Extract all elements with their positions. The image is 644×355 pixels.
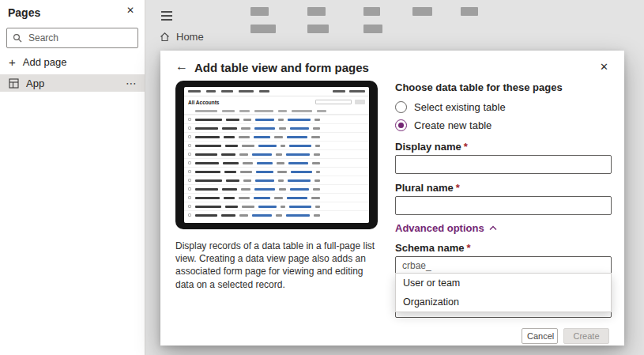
search-box[interactable] bbox=[6, 28, 138, 48]
nav-home-label: Home bbox=[176, 31, 204, 43]
plural-name-input[interactable] bbox=[395, 196, 612, 215]
required-marker: * bbox=[464, 141, 468, 153]
pages-panel-title: Pages bbox=[8, 6, 40, 19]
preview-grid-rows bbox=[184, 115, 369, 223]
preview-search-box bbox=[315, 100, 352, 104]
search-icon bbox=[13, 33, 22, 43]
menu-icon[interactable] bbox=[161, 11, 172, 23]
dimmed-toolbar-item bbox=[461, 7, 478, 16]
record-ownership-listbox: User or team Organization bbox=[395, 273, 612, 312]
dimmed-toolbar-item bbox=[250, 25, 276, 33]
radio-unselected-icon bbox=[395, 101, 407, 113]
sidebar-item-app[interactable]: App ⋯ bbox=[0, 74, 145, 92]
preview-screen: All Accounts bbox=[184, 87, 369, 223]
dialog-preview-column: All Accounts bbox=[175, 81, 378, 291]
dialog-title: Add table view and form pages bbox=[194, 61, 369, 74]
app-screen: Pages ✕ + Add page App ⋯ bbox=[0, 0, 644, 355]
add-page-button[interactable]: + Add page bbox=[0, 48, 145, 74]
dimmed-toolbar-item bbox=[307, 7, 326, 16]
create-button[interactable]: Create bbox=[563, 328, 609, 344]
section-title: Choose data table for these pages bbox=[395, 81, 612, 93]
radio-create-new-label: Create new table bbox=[414, 119, 491, 131]
preview-grid-header bbox=[184, 108, 369, 115]
radio-select-existing-table[interactable]: Select existing table bbox=[395, 101, 612, 113]
app-grid-icon bbox=[9, 78, 19, 89]
display-name-input[interactable] bbox=[395, 155, 612, 174]
advanced-options-label: Advanced options bbox=[395, 222, 484, 234]
preview-title-row: All Accounts bbox=[184, 96, 369, 108]
more-options-icon[interactable]: ⋯ bbox=[126, 77, 137, 89]
dimmed-toolbar-item bbox=[412, 7, 432, 16]
preview-command-bar bbox=[184, 87, 369, 96]
schema-name-label: Schema name* bbox=[395, 242, 612, 254]
preview-image: All Accounts bbox=[175, 81, 378, 229]
sidebar-item-app-label: App bbox=[26, 77, 44, 89]
home-icon bbox=[160, 32, 170, 42]
pages-panel-header: Pages ✕ bbox=[0, 0, 145, 21]
required-marker: * bbox=[466, 242, 470, 254]
pages-panel: Pages ✕ + Add page App ⋯ bbox=[0, 0, 145, 355]
advanced-options-toggle[interactable]: Advanced options bbox=[395, 222, 612, 234]
add-table-view-dialog: ← Add table view and form pages ✕ bbox=[160, 51, 624, 346]
radio-select-existing-label: Select existing table bbox=[414, 101, 506, 113]
nav-home[interactable]: Home bbox=[160, 31, 204, 43]
radio-create-new-table[interactable]: Create new table bbox=[395, 119, 612, 131]
option-organization[interactable]: Organization bbox=[396, 293, 611, 312]
plus-icon: + bbox=[9, 59, 16, 66]
dialog-description: Display records of a data table in a ful… bbox=[175, 240, 382, 291]
dimmed-toolbar-item bbox=[363, 25, 382, 33]
radio-selected-icon bbox=[395, 119, 407, 131]
dialog-form-column: Choose data table for these pages Select… bbox=[395, 79, 612, 318]
dialog-close-icon[interactable]: ✕ bbox=[600, 61, 608, 73]
pages-panel-close-icon[interactable]: ✕ bbox=[126, 5, 134, 16]
dimmed-toolbar-item bbox=[363, 7, 380, 16]
preview-table-title: All Accounts bbox=[188, 100, 220, 105]
add-page-label: Add page bbox=[23, 56, 67, 68]
chevron-up-icon bbox=[489, 225, 497, 231]
back-icon[interactable]: ← bbox=[175, 59, 188, 74]
preview-button bbox=[355, 100, 365, 104]
dimmed-toolbar-item bbox=[250, 7, 269, 16]
required-marker: * bbox=[456, 182, 460, 194]
cancel-button[interactable]: Cancel bbox=[522, 328, 558, 344]
plural-name-label: Plural name* bbox=[395, 182, 612, 194]
search-input[interactable] bbox=[27, 32, 132, 44]
option-user-or-team[interactable]: User or team bbox=[396, 274, 611, 293]
display-name-label: Display name* bbox=[395, 141, 612, 153]
dimmed-toolbar-item bbox=[307, 25, 329, 33]
